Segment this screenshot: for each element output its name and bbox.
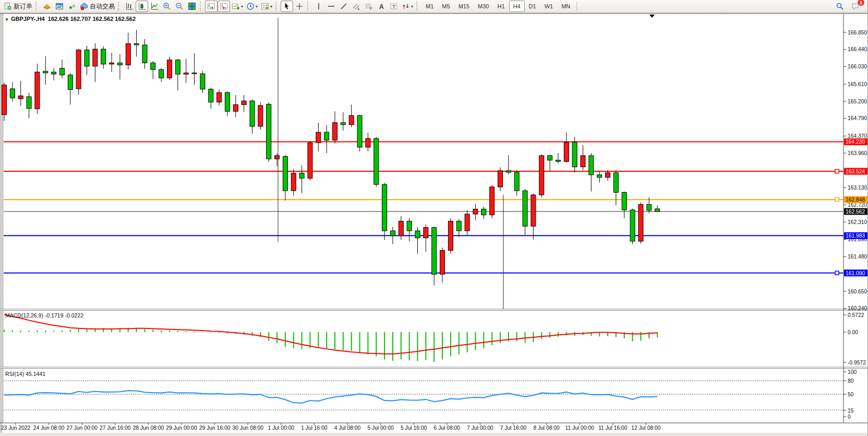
price-tick-label: 160.240 bbox=[848, 305, 867, 311]
channel-icon: E bbox=[352, 2, 360, 10]
search-icon bbox=[836, 2, 844, 10]
svg-text:A: A bbox=[379, 3, 384, 10]
window-bottom-edge bbox=[0, 433, 868, 436]
profiles-button[interactable] bbox=[41, 1, 53, 12]
time-tick-label: 28 Jun 08:00 bbox=[133, 425, 164, 431]
candle bbox=[448, 221, 453, 251]
candlestick-button[interactable] bbox=[136, 1, 148, 12]
candle bbox=[382, 184, 387, 231]
auto-scroll-button[interactable] bbox=[205, 1, 218, 12]
time-tick-label: 1 Jul 00:00 bbox=[268, 425, 295, 431]
crosshair-button[interactable] bbox=[293, 1, 306, 12]
signals-icon bbox=[68, 2, 76, 10]
candle bbox=[481, 209, 486, 215]
price-tick-label: 164.370 bbox=[848, 133, 867, 139]
crosshair-icon bbox=[295, 2, 304, 10]
time-tick-label: 4 Jul 08:00 bbox=[334, 425, 361, 431]
time-tick-label: 11 Jul 00:00 bbox=[565, 425, 595, 431]
time-tick-label: 30 Jun 08:00 bbox=[232, 425, 263, 431]
candle bbox=[589, 156, 594, 175]
time-tick-label: 27 Jun 00:00 bbox=[66, 425, 98, 431]
candle bbox=[275, 156, 280, 159]
trendline-button[interactable] bbox=[337, 1, 350, 12]
channel-button[interactable]: E bbox=[350, 1, 363, 12]
timeframe-w1[interactable]: W1 bbox=[540, 1, 558, 12]
timeframe-m5[interactable]: M5 bbox=[438, 1, 454, 12]
chart-canvas[interactable]: 0.57220.00-0.95721008050150166.850166.44… bbox=[0, 0, 868, 436]
timeframe-mn[interactable]: MN bbox=[557, 1, 574, 12]
text-button[interactable]: A bbox=[375, 1, 388, 12]
search-button[interactable] bbox=[834, 1, 846, 12]
main-toolbar: 新订单自动交易▾▾▾EFAT▾M1M5M15M30H1H4D1W1MN1 bbox=[0, 0, 868, 13]
auto-scroll-icon bbox=[207, 2, 215, 10]
toolbar-grip bbox=[35, 2, 39, 11]
candle bbox=[390, 231, 395, 236]
candle bbox=[415, 231, 420, 238]
zoom-in-button[interactable] bbox=[161, 1, 173, 12]
candle bbox=[456, 221, 461, 231]
new-order-button[interactable]: 新订单 bbox=[2, 1, 34, 12]
candle bbox=[192, 73, 197, 74]
button-label: 新订单 bbox=[14, 2, 32, 11]
dropdown-caret-icon: ▾ bbox=[270, 4, 272, 9]
hline-button[interactable] bbox=[325, 1, 337, 12]
chart-shift-button[interactable] bbox=[218, 1, 230, 12]
bar-chart-button[interactable] bbox=[123, 1, 136, 12]
chart-background bbox=[0, 13, 868, 436]
dropdown-caret-icon: ▾ bbox=[241, 4, 243, 9]
text-icon: A bbox=[377, 2, 385, 10]
toolbar-grip bbox=[307, 2, 311, 11]
candle bbox=[59, 68, 64, 75]
templates-icon bbox=[261, 2, 269, 10]
candle bbox=[209, 89, 213, 102]
candle bbox=[581, 156, 585, 167]
signals-button[interactable] bbox=[66, 1, 78, 12]
candle bbox=[52, 72, 56, 74]
timeframe-m30[interactable]: M30 bbox=[474, 1, 493, 12]
arrows-button[interactable]: ▾ bbox=[400, 1, 415, 12]
templates-button[interactable]: ▾ bbox=[259, 1, 274, 12]
vline-button[interactable] bbox=[312, 1, 325, 12]
time-tick-label: 27 Jun 16:00 bbox=[100, 425, 131, 431]
arrows-icon bbox=[402, 2, 410, 10]
candle bbox=[93, 49, 98, 66]
label-button[interactable]: T bbox=[388, 1, 400, 12]
window-left-edge bbox=[0, 13, 2, 433]
timeframe-h4[interactable]: H4 bbox=[509, 1, 525, 12]
timeframe-m15[interactable]: M15 bbox=[454, 1, 474, 12]
timeframe-m1[interactable]: M1 bbox=[421, 1, 438, 12]
timeframe-d1[interactable]: D1 bbox=[525, 1, 540, 12]
candle bbox=[473, 209, 478, 214]
autotrading-button[interactable]: 自动交易 bbox=[78, 1, 116, 12]
cursor-button[interactable] bbox=[281, 1, 293, 12]
candle bbox=[250, 101, 255, 126]
candle bbox=[225, 92, 230, 111]
candle bbox=[606, 173, 610, 178]
price-axis[interactable] bbox=[844, 14, 868, 423]
zoom-out-button[interactable] bbox=[173, 1, 186, 12]
candle bbox=[465, 214, 469, 231]
time-tick-label: 1 Jul 16:00 bbox=[301, 425, 328, 431]
hline-handle[interactable] bbox=[835, 198, 839, 202]
button-label: 自动交易 bbox=[90, 2, 115, 11]
line-chart-icon bbox=[150, 2, 159, 10]
zoom-out-icon bbox=[175, 2, 184, 10]
candle bbox=[175, 60, 180, 74]
hline-handle[interactable] bbox=[835, 271, 839, 275]
candle bbox=[341, 123, 345, 125]
fibonacci-button[interactable]: F bbox=[363, 1, 375, 12]
price-tick-label: 160.650 bbox=[848, 289, 867, 294]
line-chart-button[interactable] bbox=[148, 1, 161, 12]
hline-handle[interactable] bbox=[835, 170, 839, 173]
svg-text:F: F bbox=[370, 7, 372, 10]
timeframe-h1[interactable]: H1 bbox=[493, 1, 509, 12]
candle bbox=[357, 115, 362, 147]
price-badge-label: 161.983 bbox=[846, 233, 865, 239]
notifications-button[interactable]: 1 bbox=[849, 1, 862, 12]
periods-button[interactable]: ▾ bbox=[245, 1, 259, 12]
price-tick-label: 166.030 bbox=[848, 64, 867, 69]
indicators-button[interactable]: ▾ bbox=[230, 1, 245, 12]
tile-windows-button[interactable] bbox=[186, 1, 198, 12]
charts-window-button[interactable] bbox=[53, 1, 66, 12]
candle bbox=[523, 191, 527, 226]
